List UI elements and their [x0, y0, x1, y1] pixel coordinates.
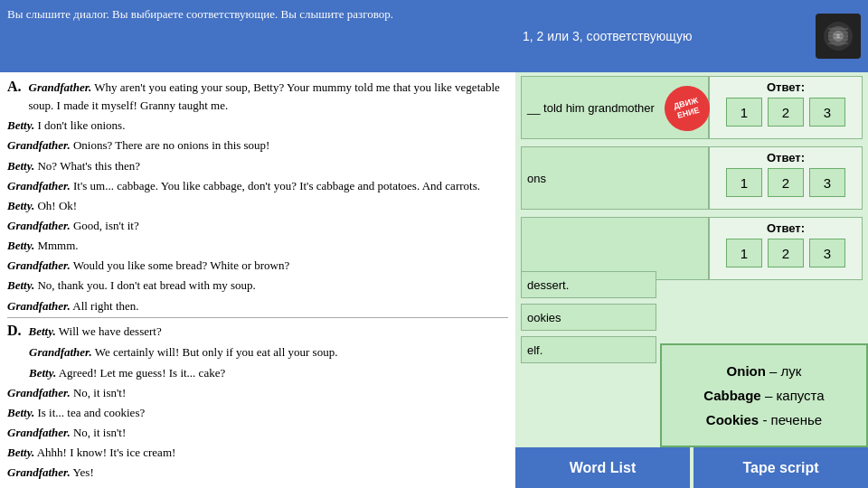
speaker-icon[interactable] — [816, 14, 861, 59]
transcript-line-gf10: Grandfather. Yes! — [7, 464, 508, 482]
transcript-area: A. Grandfather. Why aren't you eating yo… — [0, 72, 515, 488]
answer-3-btn-2[interactable]: 2 — [768, 239, 804, 267]
transcript-line-betty3: Betty. Oh! Ok! — [7, 197, 508, 215]
transcript-line-betty1: Betty. I don't like onions. — [7, 117, 508, 135]
transcript-line-gf4: Grandfather. Good, isn't it? — [7, 217, 508, 235]
answer-label-1: Ответ: — [767, 80, 805, 94]
transcript-line-gf3: Grandfather. It's um... cabbage. You lik… — [7, 177, 508, 195]
answer-1-btn-3[interactable]: 3 — [809, 98, 845, 127]
question-row-2: ons Ответ: 1 2 3 — [521, 146, 863, 210]
answer-2-btn-1[interactable]: 1 — [726, 168, 762, 197]
transcript-line-gf2: Grandfather. Onions? There are no onions… — [7, 136, 508, 155]
right-panel: 1, 2 или 3, соответствующую __ told him … — [515, 0, 868, 488]
answer-buttons-1: 1 2 3 — [726, 98, 845, 127]
vocab-box: Onion – лук Cabbage – капуста Cookies - … — [660, 343, 868, 447]
transcript-line-betty4: Betty. Mmmm. — [7, 237, 508, 255]
answer-1-btn-1[interactable]: 1 — [726, 98, 762, 127]
transcript-line-betty7: Betty. Is it... tea and cookies? — [7, 404, 508, 422]
dessert-snippet-3: elf. — [521, 336, 656, 363]
answer-3-btn-1[interactable]: 1 — [726, 239, 762, 267]
top-bar: Вы слышите диалог. Вы выбираете соответс… — [0, 0, 515, 72]
answer-2-btn-2[interactable]: 2 — [768, 168, 804, 197]
top-bar-text: Вы слышите диалог. Вы выбираете соответс… — [7, 7, 393, 21]
left-panel: Вы слышите диалог. Вы выбираете соответс… — [0, 0, 515, 488]
dessert-snippet-1: dessert. — [521, 271, 656, 298]
answer-3-btn-3[interactable]: 3 — [809, 239, 845, 267]
vocab-line-2: Cabbage – капуста — [703, 383, 824, 408]
transcript-line-betty8: Betty. Ahhh! I know! It's ice cream! — [7, 444, 508, 462]
answer-label-2: Ответ: — [767, 151, 805, 164]
right-top-text: 1, 2 или 3, соответствующую — [523, 29, 808, 43]
section-a-label: A. Grandfather. Why aren't you eating yo… — [7, 76, 508, 115]
transcript-line-betty5: Betty. No, thank you. I don't eat bread … — [7, 277, 508, 295]
vocab-line-1: Onion – лук — [727, 359, 802, 383]
vocab-line-3: Cookies - печенье — [706, 408, 822, 432]
word-list-button[interactable]: Word List — [515, 447, 690, 488]
transcript-line-betty6: Betty. Agreed! Let me guess! Is it... ca… — [7, 364, 508, 382]
transcript-line-gf6: Grandfather. All right then. — [7, 297, 508, 315]
answer-1-btn-2[interactable]: 2 — [768, 98, 804, 127]
bottom-buttons: Word List Tape script — [515, 447, 868, 488]
transcript-line-gf8: Grandfather. No, it isn't! — [7, 384, 508, 402]
answer-box-2: Ответ: 1 2 3 — [709, 146, 863, 210]
answer-buttons-3: 1 2 3 — [726, 239, 845, 267]
answer-2-btn-3[interactable]: 3 — [809, 168, 845, 197]
transcript-line-gf7: Grandfather. We certainly will! But only… — [7, 343, 508, 361]
tape-script-button[interactable]: Tape script — [693, 447, 868, 488]
transcript-line-gf9: Grandfather. No, it isn't! — [7, 424, 508, 442]
section-d-label: D. Betty. Will we have dessert? — [7, 320, 508, 343]
dessert-snippet-2: ookies — [521, 304, 656, 331]
answer-label-3: Ответ: — [767, 221, 805, 235]
question-text-2: ons — [521, 146, 709, 210]
answer-box-1: Ответ: 1 2 3 — [709, 76, 863, 139]
transcript-line-gf5: Grandfather. Would you like some bread? … — [7, 257, 508, 275]
right-top-bar: 1, 2 или 3, соответствующую — [515, 0, 868, 72]
transcript-line-betty2: Betty. No? What's this then? — [7, 157, 508, 175]
answer-buttons-2: 1 2 3 — [726, 168, 845, 197]
answer-box-3: Ответ: 1 2 3 — [709, 217, 863, 280]
